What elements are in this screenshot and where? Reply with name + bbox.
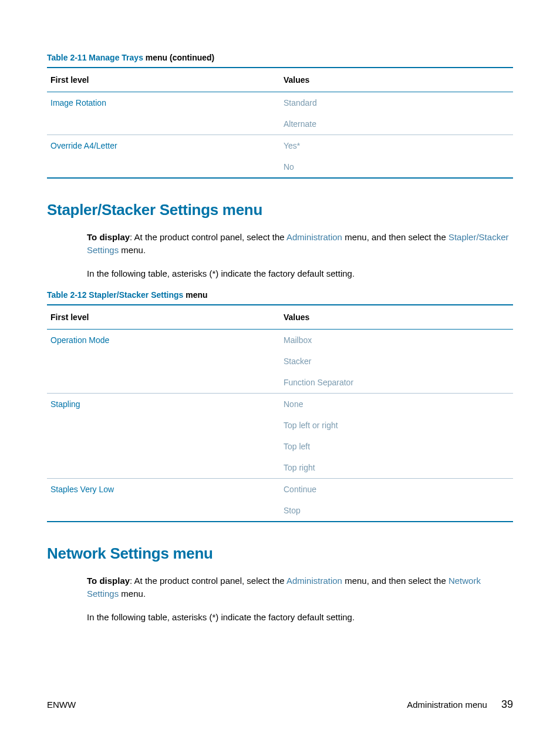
table-row: No	[47, 156, 513, 178]
first-level-cell	[47, 351, 280, 372]
stapler-asterisk-note: In the following table, asterisks (*) in…	[87, 267, 513, 280]
stapler-stacker-table: First level Values Operation ModeMailbox…	[47, 304, 513, 522]
first-level-cell	[47, 436, 280, 457]
table-row: Function Separator	[47, 372, 513, 394]
value-cell: Stacker	[280, 351, 513, 372]
value-cell: Yes*	[280, 135, 513, 157]
first-level-cell: Override A4/Letter	[47, 135, 280, 157]
table2-header-values: Values	[280, 305, 513, 330]
table1-number: Table 2-11	[47, 53, 86, 62]
table-row: Top left or right	[47, 415, 513, 436]
first-level-cell	[47, 113, 280, 135]
table-row: Top right	[47, 457, 513, 479]
first-level-cell	[47, 500, 280, 522]
table-row: Stacker	[47, 351, 513, 372]
table1-header-first-level: First level	[47, 68, 280, 92]
table1-header-values: Values	[280, 68, 513, 92]
table2-suffix: menu	[183, 290, 207, 300]
table2-header-first-level: First level	[47, 305, 280, 330]
value-cell: Function Separator	[280, 372, 513, 394]
page-number: 39	[501, 698, 513, 711]
first-level-cell	[47, 457, 280, 479]
table-row: Operation ModeMailbox	[47, 330, 513, 351]
value-cell: Continue	[280, 479, 513, 500]
stapler-stacker-heading: Stapler/Stacker Settings menu	[47, 201, 513, 219]
to-display-label-2: To display	[87, 576, 130, 586]
table-row: Staples Very LowContinue	[47, 479, 513, 500]
value-cell: Top right	[280, 457, 513, 479]
value-cell: None	[280, 394, 513, 415]
network-settings-heading: Network Settings menu	[47, 545, 513, 563]
table-row: StaplingNone	[47, 394, 513, 415]
administration-link-1: Administration	[286, 232, 342, 242]
value-cell: Mailbox	[280, 330, 513, 351]
first-level-cell: Image Rotation	[47, 92, 280, 114]
footer-left: ENWW	[47, 700, 76, 710]
first-level-cell	[47, 372, 280, 394]
manage-trays-table: First level Values Image RotationStandar…	[47, 67, 513, 179]
table-row: Alternate	[47, 113, 513, 135]
first-level-cell	[47, 156, 280, 178]
footer-section: Administration menu	[407, 700, 487, 710]
value-cell: Stop	[280, 500, 513, 522]
value-cell: Standard	[280, 92, 513, 114]
table1-suffix: menu (continued)	[143, 53, 214, 62]
table-row: Image RotationStandard	[47, 92, 513, 114]
table-row: Stop	[47, 500, 513, 522]
administration-link-2: Administration	[286, 576, 342, 586]
table2-title: Stapler/Stacker Settings	[89, 290, 183, 300]
table1-title: Manage Trays	[89, 53, 143, 62]
to-display-label-1: To display	[87, 232, 130, 242]
value-cell: Top left or right	[280, 415, 513, 436]
table-row: Override A4/LetterYes*	[47, 135, 513, 157]
table-caption-1: Table 2-11 Manage Trays menu (continued)	[47, 53, 513, 62]
table-caption-2: Table 2-12 Stapler/Stacker Settings menu	[47, 290, 513, 300]
first-level-cell: Stapling	[47, 394, 280, 415]
table2-number: Table 2-12	[47, 290, 86, 300]
network-asterisk-note: In the following table, asterisks (*) in…	[87, 611, 513, 624]
stapler-display-paragraph: To display: At the product control panel…	[87, 231, 513, 257]
page-footer: ENWW Administration menu 39	[47, 698, 513, 711]
first-level-cell	[47, 415, 280, 436]
value-cell: Alternate	[280, 113, 513, 135]
first-level-cell: Staples Very Low	[47, 479, 280, 500]
network-display-paragraph: To display: At the product control panel…	[87, 574, 513, 600]
first-level-cell: Operation Mode	[47, 330, 280, 351]
value-cell: No	[280, 156, 513, 178]
table-row: Top left	[47, 436, 513, 457]
value-cell: Top left	[280, 436, 513, 457]
